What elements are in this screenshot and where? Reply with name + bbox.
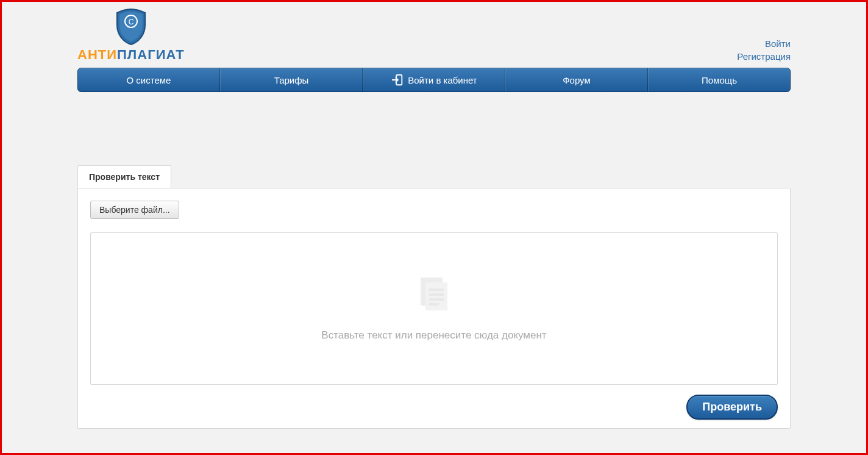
nav-bar: О системе Тарифы Войти в кабинет Форум П…	[77, 68, 791, 92]
svg-rect-6	[429, 293, 444, 296]
logo-part2: ПЛАГИАТ	[117, 47, 185, 62]
document-icon	[416, 276, 452, 314]
nav-cabinet-label: Войти в кабинет	[408, 75, 477, 85]
nav-help-label: Помощь	[702, 75, 737, 85]
check-panel: Выберите файл... Вставьте текст или пере…	[77, 188, 791, 429]
login-link[interactable]: Войти	[737, 37, 791, 50]
svg-text:C: C	[129, 18, 134, 26]
check-section: Проверить текст Выберите файл... Вставьт…	[77, 165, 791, 429]
register-link[interactable]: Регистрация	[737, 50, 791, 63]
logo-text: АНТИПЛАГИАТ	[77, 47, 185, 63]
nav-help[interactable]: Помощь	[648, 68, 790, 91]
text-drop-zone[interactable]: Вставьте текст или перенесите сюда докум…	[90, 232, 778, 385]
svg-rect-7	[429, 298, 444, 301]
nav-tariffs-label: Тарифы	[274, 75, 309, 85]
tab-row: Проверить текст	[77, 165, 791, 188]
nav-tariffs[interactable]: Тарифы	[220, 68, 363, 91]
svg-rect-4	[425, 282, 447, 310]
tab-check-text[interactable]: Проверить текст	[77, 165, 171, 188]
nav-about[interactable]: О системе	[78, 68, 220, 91]
svg-rect-5	[429, 288, 444, 291]
check-button[interactable]: Проверить	[686, 395, 778, 420]
logo-part1: АНТИ	[77, 47, 117, 62]
shield-icon: C	[115, 8, 148, 46]
nav-about-label: О системе	[127, 75, 171, 85]
nav-cabinet[interactable]: Войти в кабинет	[363, 68, 505, 91]
svg-rect-8	[429, 303, 439, 306]
login-icon	[391, 73, 404, 87]
drop-placeholder-text: Вставьте текст или перенесите сюда докум…	[321, 329, 546, 342]
logo[interactable]: C АНТИПЛАГИАТ	[77, 8, 185, 63]
auth-links: Войти Регистрация	[737, 37, 791, 63]
nav-forum[interactable]: Форум	[505, 68, 648, 91]
header: C АНТИПЛАГИАТ Войти Регистрация	[77, 2, 791, 68]
file-select-button[interactable]: Выберите файл...	[90, 201, 179, 219]
nav-forum-label: Форум	[563, 75, 591, 85]
